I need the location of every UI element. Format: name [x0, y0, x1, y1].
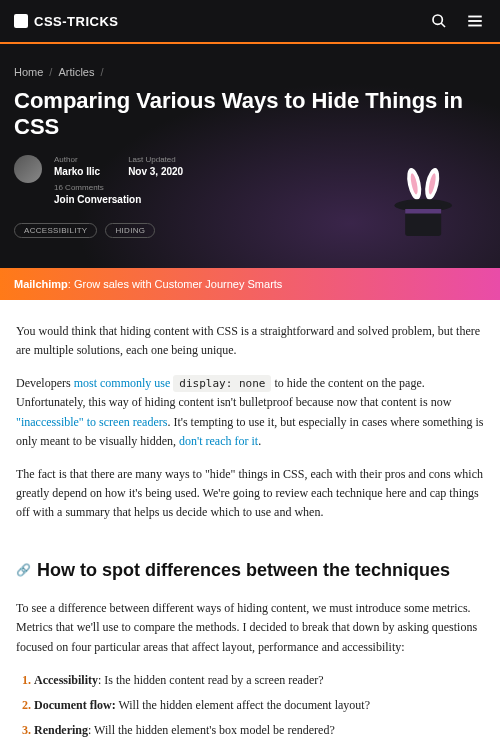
- article-header: Home / Articles / Comparing Various Ways…: [0, 44, 500, 268]
- article-body: You would think that hiding content with…: [0, 300, 500, 750]
- tag-accessibility[interactable]: ACCESSIBILITY: [14, 223, 97, 238]
- sponsor-brand: Mailchimp: [14, 278, 68, 290]
- paragraph: The fact is that there are many ways to …: [16, 465, 484, 523]
- author-name[interactable]: Marko Ilic: [54, 166, 100, 177]
- author-avatar[interactable]: [14, 155, 42, 183]
- code-display-none: display: none: [173, 375, 271, 392]
- breadcrumb-sep: /: [100, 66, 103, 78]
- list-item: Rendering: Will the hidden element's box…: [34, 721, 484, 740]
- anchor-link-icon[interactable]: 🔗: [16, 561, 31, 580]
- list-item: Document flow: Will the hidden element a…: [34, 696, 484, 715]
- site-name: CSS-TRICKS: [34, 14, 118, 29]
- topbar: CSS-TRICKS: [0, 0, 500, 44]
- svg-point-0: [433, 15, 442, 24]
- paragraph: To see a difference between different wa…: [16, 599, 484, 657]
- join-conversation-link[interactable]: Join Conversation: [54, 194, 183, 205]
- breadcrumb-articles[interactable]: Articles: [58, 66, 94, 78]
- article-meta: Author Marko Ilic Last Updated Nov 3, 20…: [14, 155, 486, 205]
- breadcrumb: Home / Articles /: [14, 66, 486, 78]
- updated-label: Last Updated: [128, 155, 183, 164]
- link-most-commonly[interactable]: most commonly use: [74, 376, 171, 390]
- updated-date: Nov 3, 2020: [128, 166, 183, 177]
- search-icon[interactable]: [428, 10, 450, 32]
- comments-count: 16 Comments: [54, 183, 183, 192]
- author-label: Author: [54, 155, 100, 164]
- sponsor-banner[interactable]: Mailchimp: Grow sales with Customer Jour…: [0, 268, 500, 300]
- logo-mark-icon: [14, 14, 28, 28]
- menu-icon[interactable]: [464, 10, 486, 32]
- article-title: Comparing Various Ways to Hide Things in…: [14, 88, 486, 141]
- tag-hiding[interactable]: HIDING: [105, 223, 155, 238]
- tag-list: ACCESSIBILITY HIDING: [14, 223, 486, 238]
- paragraph: Developers most commonly use display: no…: [16, 374, 484, 451]
- section-heading: How to spot differences between the tech…: [37, 556, 450, 585]
- sponsor-text: : Grow sales with Customer Journey Smart…: [68, 278, 283, 290]
- breadcrumb-home[interactable]: Home: [14, 66, 43, 78]
- link-inaccessible[interactable]: "inaccessible" to screen readers: [16, 415, 167, 429]
- list-item: Event triggers: Does the element detect …: [34, 746, 484, 750]
- list-item: Accessibility: Is the hidden content rea…: [34, 671, 484, 690]
- svg-line-1: [441, 23, 445, 27]
- link-dont-reach[interactable]: don't reach for it: [179, 434, 258, 448]
- breadcrumb-sep: /: [49, 66, 52, 78]
- svg-rect-11: [405, 209, 441, 214]
- paragraph: You would think that hiding content with…: [16, 322, 484, 360]
- criteria-list: Accessibility: Is the hidden content rea…: [16, 671, 484, 750]
- site-logo[interactable]: CSS-TRICKS: [14, 14, 118, 29]
- topbar-actions: [428, 10, 486, 32]
- heading-row: 🔗 How to spot differences between the te…: [16, 556, 484, 585]
